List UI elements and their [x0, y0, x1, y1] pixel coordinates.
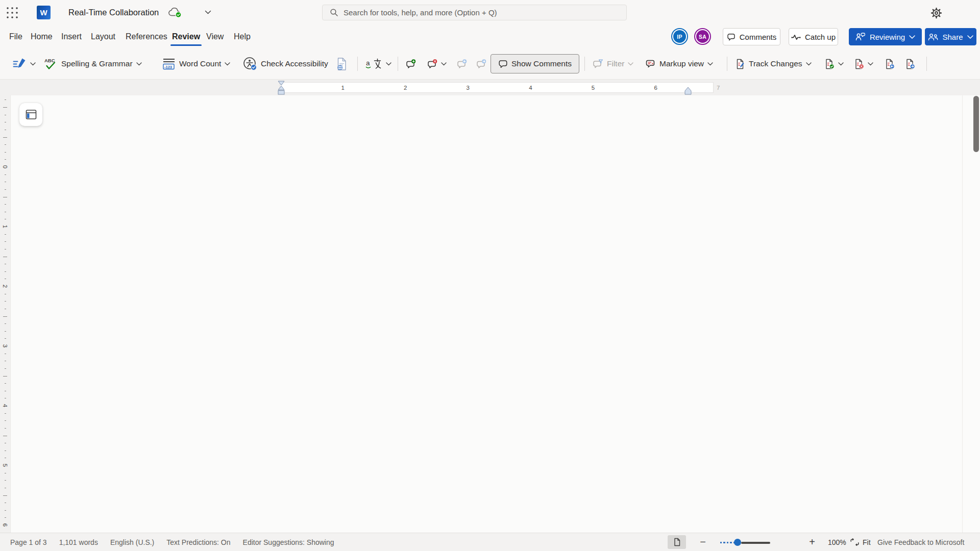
top-bar: W Real-Time Collaboration [0, 0, 980, 24]
next-change-button[interactable] [902, 54, 918, 73]
pane-toggle-icon [25, 109, 37, 120]
new-comment-icon [405, 59, 416, 69]
vertical-scrollbar-thumb[interactable] [973, 96, 979, 152]
feedback-link[interactable]: Give Feedback to Microsoft [877, 533, 964, 551]
check-accessibility-button[interactable]: Check Accessibility [240, 54, 331, 73]
search-input[interactable] [344, 8, 619, 17]
svg-text:a: a [366, 59, 370, 67]
previous-comment-button[interactable] [453, 54, 470, 73]
editor-button[interactable] [9, 54, 39, 73]
status-bar: Page 1 of 3 1,101 words English (U.S.) T… [0, 533, 980, 551]
new-comment-button[interactable] [402, 54, 419, 73]
reject-change-button[interactable] [851, 54, 876, 73]
tab-home[interactable]: Home [31, 24, 53, 49]
set-proofing-language-button[interactable] [333, 54, 351, 73]
markup-view-button[interactable]: Markup view [642, 54, 716, 73]
previous-change-button[interactable] [882, 54, 898, 73]
page-view-button[interactable] [668, 535, 686, 549]
left-indent-marker[interactable] [277, 81, 285, 95]
fit-button[interactable]: Fit [850, 533, 871, 551]
text-predictions-status[interactable]: Text Predictions: On [166, 538, 230, 546]
zoom-slider-thumb[interactable] [734, 539, 741, 546]
page-indicator[interactable]: Page 1 of 3 [10, 538, 47, 546]
app-launcher-button[interactable] [5, 6, 19, 20]
ruler-number: 1 [2, 225, 8, 228]
next-comment-button[interactable] [473, 54, 489, 73]
zoom-in-button[interactable]: + [806, 535, 818, 549]
zoom-out-button[interactable]: − [697, 535, 708, 549]
word-count-chevron-icon [225, 62, 230, 66]
translate-icon: a [365, 57, 382, 70]
share-people-icon [928, 33, 938, 41]
word-count-button[interactable]: -123 Word Count [159, 54, 233, 73]
comments-button[interactable]: Comments [723, 28, 780, 45]
avatar-ip[interactable]: IP [671, 28, 688, 45]
zoom-percent[interactable]: 100% [828, 533, 846, 551]
avatar-sa[interactable]: SA [694, 28, 711, 45]
ruler-number: 6 [654, 85, 657, 91]
toolbar-divider [398, 57, 398, 71]
track-changes-chevron-icon [806, 62, 812, 66]
track-changes-button[interactable]: Track Changes [732, 54, 815, 73]
tab-insert[interactable]: Insert [61, 24, 82, 49]
ruler-number: 7 [717, 85, 720, 91]
zoom-slider-track-right [741, 542, 770, 544]
editor-chevron-icon [30, 62, 36, 66]
document-canvas[interactable] [10, 95, 980, 533]
catch-up-button[interactable]: Catch up [789, 28, 838, 45]
accept-change-button[interactable] [822, 54, 847, 73]
toolbar-divider [926, 57, 927, 71]
ruler-number: 4 [2, 404, 8, 407]
tab-review[interactable]: Review [172, 24, 200, 49]
tab-layout[interactable]: Layout [91, 24, 115, 49]
search-bar[interactable] [322, 5, 627, 20]
share-chevron-icon [967, 35, 973, 39]
tab-view[interactable]: View [206, 24, 224, 49]
share-button[interactable]: Share [925, 28, 976, 45]
tab-references[interactable]: References [126, 24, 167, 49]
title-chevron-down-icon[interactable] [205, 10, 211, 14]
filter-comments-button[interactable]: Filter [590, 54, 636, 73]
language-status[interactable]: English (U.S.) [110, 538, 154, 546]
settings-button[interactable] [929, 6, 943, 20]
ruler-number: 2 [2, 285, 8, 288]
next-comment-icon [476, 59, 486, 69]
cloud-saved-icon[interactable] [167, 7, 183, 18]
waffle-icon [6, 6, 19, 19]
spelling-grammar-button[interactable]: ABC Spelling & Grammar [41, 54, 145, 73]
show-comments-button[interactable]: Show Comments [491, 54, 579, 73]
page-icon [674, 538, 680, 546]
fit-label: Fit [863, 538, 871, 546]
navigation-pane-toggle-button[interactable] [19, 103, 42, 126]
word-count-status[interactable]: 1,101 words [59, 538, 98, 546]
editor-suggestions-status[interactable]: Editor Suggestions: Showing [243, 538, 334, 546]
active-tab-underline [170, 44, 202, 46]
translate-button[interactable]: a [362, 54, 395, 73]
tab-file[interactable]: File [9, 24, 22, 49]
next-change-icon [905, 59, 915, 69]
svg-text:ABC: ABC [44, 57, 55, 63]
catch-up-wave-icon [791, 34, 801, 40]
ruler-number: 3 [467, 85, 470, 91]
reviewing-person-icon [855, 33, 866, 41]
tab-help[interactable]: Help [234, 24, 251, 49]
canvas-right-edge [962, 95, 963, 533]
right-indent-marker[interactable] [684, 81, 692, 95]
delete-comment-chevron-icon [441, 62, 447, 66]
gear-icon [930, 7, 943, 19]
ruler-page-area [280, 82, 714, 93]
delete-comment-button[interactable] [424, 54, 450, 73]
document-title[interactable]: Real-Time Collaboration [68, 8, 159, 17]
word-app-icon[interactable]: W [37, 6, 51, 19]
svg-text:-123: -123 [164, 65, 172, 69]
reject-change-icon [854, 59, 864, 69]
zoom-slider-track-left [720, 542, 734, 543]
zoom-slider[interactable] [720, 538, 770, 547]
comment-bubble-icon [727, 33, 736, 41]
search-icon [330, 8, 338, 17]
accept-change-icon [825, 59, 835, 69]
reviewing-mode-button[interactable]: Reviewing [849, 28, 922, 45]
editor-pen-icon [12, 57, 27, 70]
filter-chevron-icon [628, 62, 633, 66]
ribbon-toolbar: ABC Spelling & Grammar -123 Word Count [0, 49, 980, 79]
